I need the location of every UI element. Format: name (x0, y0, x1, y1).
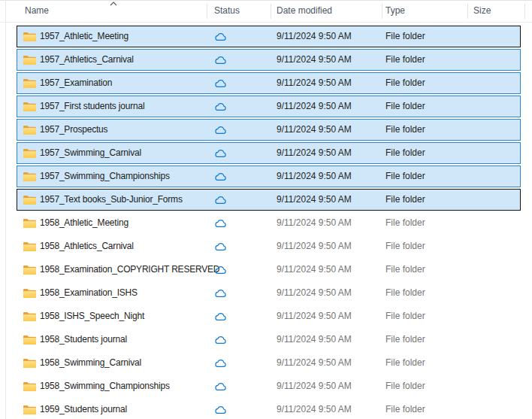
file-row[interactable]: 1958_Swimming_Carnival 9/11/2024 9:50 AM… (17, 352, 521, 374)
folder-icon (23, 194, 37, 205)
cloud-status-icon (214, 79, 227, 88)
file-row[interactable]: 1957_Athletics_Carnival 9/11/2024 9:50 A… (17, 49, 521, 71)
cloud-status-icon (214, 289, 227, 298)
file-row[interactable]: 1957_Swimming_Carnival 9/11/2024 9:50 AM… (17, 142, 521, 164)
cloud-status-icon (214, 102, 227, 111)
sort-ascending-icon[interactable] (110, 2, 117, 6)
file-name: 1957_Swimming_Carnival (40, 143, 141, 163)
file-type: File folder (385, 306, 425, 326)
cloud-status-icon (214, 126, 227, 135)
column-header-status[interactable]: Status (214, 0, 240, 22)
date-modified: 9/11/2024 9:50 AM (277, 329, 352, 350)
cloud-status-icon (214, 382, 227, 391)
column-separator[interactable] (207, 4, 207, 19)
cloud-status-icon (214, 219, 227, 228)
column-header-name[interactable]: Name (25, 0, 49, 22)
file-type: File folder (385, 283, 425, 303)
column-separator[interactable] (467, 4, 468, 19)
date-modified: 9/11/2024 9:50 AM (277, 260, 352, 280)
file-row[interactable]: 1957_Text books_Sub-Junior_Forms 9/11/20… (17, 189, 521, 211)
file-name: 1957_Swimming_Championships (40, 166, 170, 187)
file-row[interactable]: 1957_Examination 9/11/2024 9:50 AM File … (17, 72, 521, 94)
file-name: 1958_Athletics_Carnival (40, 236, 134, 257)
folder-icon (23, 381, 37, 392)
date-modified: 9/11/2024 9:50 AM (277, 353, 352, 373)
file-row[interactable]: 1957_First students journal 9/11/2024 9:… (17, 96, 521, 117)
file-type: File folder (385, 166, 425, 187)
file-type: File folder (385, 236, 425, 257)
file-name: 1958_Swimming_Carnival (40, 353, 141, 373)
date-modified: 9/11/2024 9:50 AM (277, 143, 352, 163)
file-row[interactable]: 1958_Athletic_Meeting 9/11/2024 9:50 AM … (17, 212, 521, 234)
file-type: File folder (385, 329, 425, 350)
column-header-type[interactable]: Type (385, 0, 405, 22)
date-modified: 9/11/2024 9:50 AM (277, 236, 352, 257)
file-type: File folder (385, 120, 425, 140)
file-row[interactable]: 1958_Athletics_Carnival 9/11/2024 9:50 A… (17, 235, 521, 257)
file-name: 1957_Athletic_Meeting (40, 26, 128, 47)
date-modified: 9/11/2024 9:50 AM (277, 26, 352, 47)
column-header-row: Name Status Date modified Type Size (0, 0, 532, 23)
folder-icon (23, 357, 37, 369)
file-row[interactable]: 1958_Examination_COPYRIGHT RESERVED 9/11… (17, 259, 521, 281)
file-type: File folder (385, 353, 425, 373)
file-name: 1957_Athletics_Carnival (40, 50, 134, 70)
file-name: 1958_Athletic_Meeting (40, 213, 128, 233)
file-name: 1957_First students journal (40, 96, 144, 117)
file-name: 1958_ISHS_Speech_Night (40, 306, 144, 326)
file-type: File folder (385, 260, 425, 280)
file-type: File folder (385, 96, 425, 117)
column-separator[interactable] (382, 4, 382, 19)
cloud-status-icon (214, 196, 227, 205)
folder-icon (23, 334, 37, 345)
file-name: 1958_Examination_COPYRIGHT RESERVED (40, 260, 219, 280)
date-modified: 9/11/2024 9:50 AM (277, 166, 352, 187)
file-row[interactable]: 1958_ISHS_Speech_Night 9/11/2024 9:50 AM… (17, 305, 521, 327)
date-modified: 9/11/2024 9:50 AM (277, 73, 352, 93)
cloud-status-icon (214, 32, 227, 41)
file-type: File folder (385, 213, 425, 233)
file-row[interactable]: 1958_Examination_ISHS 9/11/2024 9:50 AM … (17, 282, 521, 304)
file-name: 1958_Examination_ISHS (40, 283, 138, 303)
file-name: 1958_Swimming_Championships (40, 376, 170, 396)
cloud-status-icon (214, 359, 227, 368)
column-separator[interactable] (524, 4, 525, 19)
file-type: File folder (385, 73, 425, 93)
file-row[interactable]: 1957_Swimming_Championships 9/11/2024 9:… (17, 165, 521, 187)
file-type: File folder (385, 50, 425, 70)
folder-icon (23, 77, 37, 89)
file-row[interactable]: 1959_Students journal 9/11/2024 9:50 AM … (17, 399, 521, 419)
folder-icon (23, 241, 37, 252)
column-separator[interactable] (271, 4, 271, 19)
folder-icon (23, 404, 37, 415)
column-header-date-modified[interactable]: Date modified (277, 0, 332, 22)
file-row[interactable]: 1958_Swimming_Championships 9/11/2024 9:… (17, 375, 521, 397)
cloud-status-icon (214, 242, 227, 251)
file-row[interactable]: 1957_Prospectus 9/11/2024 9:50 AM File f… (17, 119, 521, 141)
cloud-status-icon (214, 405, 227, 414)
cloud-status-icon (214, 266, 227, 275)
file-row[interactable]: 1957_Athletic_Meeting 9/11/2024 9:50 AM … (17, 26, 521, 47)
folder-icon (23, 287, 37, 299)
file-row[interactable]: 1958_Students journal 9/11/2024 9:50 AM … (17, 329, 521, 351)
file-type: File folder (385, 26, 425, 47)
file-list: 1957_Athletic_Meeting 9/11/2024 9:50 AM … (0, 26, 532, 419)
folder-icon (23, 264, 37, 275)
date-modified: 9/11/2024 9:50 AM (277, 213, 352, 233)
date-modified: 9/11/2024 9:50 AM (277, 399, 352, 419)
folder-icon (23, 101, 37, 112)
folder-icon (23, 217, 37, 229)
folder-icon (23, 147, 37, 159)
date-modified: 9/11/2024 9:50 AM (277, 190, 352, 210)
cloud-status-icon (214, 172, 227, 181)
folder-icon (23, 54, 37, 65)
file-type: File folder (385, 399, 425, 419)
cloud-status-icon (214, 312, 227, 321)
column-header-size[interactable]: Size (473, 0, 491, 22)
file-type: File folder (385, 143, 425, 163)
file-name: 1957_Examination (40, 73, 112, 93)
folder-icon (23, 171, 37, 182)
folder-icon (23, 311, 37, 322)
cloud-status-icon (214, 149, 227, 158)
date-modified: 9/11/2024 9:50 AM (277, 306, 352, 326)
